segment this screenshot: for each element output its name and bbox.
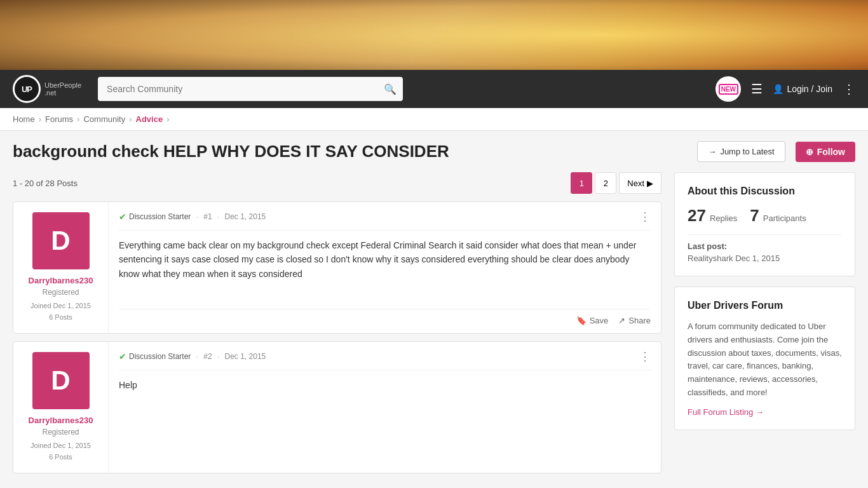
last-post-info: Realityshark Dec 1, 2015: [688, 254, 842, 263]
post-body-col: ✔ Discussion Starter · #2 · Dec 1, 2015 …: [109, 342, 661, 473]
author-meta: Joined Dec 1, 2015 6 Posts: [31, 440, 91, 463]
avatar: D: [32, 212, 90, 269]
search-wrap: 🔍: [98, 77, 403, 101]
stats-row: 27 Replies 7 Participants: [688, 206, 842, 226]
breadcrumb-chevron: ›: [77, 114, 79, 124]
breadcrumb-chevron: ›: [39, 114, 41, 124]
replies-stat: 27 Replies: [688, 206, 737, 226]
author-name[interactable]: Darrylbarnes230: [29, 276, 93, 285]
login-button[interactable]: 👤 Login / Join: [773, 84, 832, 94]
post-body-col: ✔ Discussion Starter · #1 · Dec 1, 2015 …: [109, 202, 661, 333]
posts-column: 1 - 20 of 28 Posts 1 2 Next ▶ D Darrylba…: [13, 172, 661, 481]
breadcrumb-chevron: ›: [129, 114, 132, 124]
post-meta-row: ✔ Discussion Starter · #1 · Dec 1, 2015 …: [119, 210, 651, 231]
dot-separator: ·: [196, 351, 198, 362]
next-page-button[interactable]: Next ▶: [619, 172, 661, 194]
post-date: Dec 1, 2015: [225, 352, 266, 361]
thread-title: background check HELP WHY DOES IT SAY CO…: [13, 142, 687, 161]
replies-label: Replies: [710, 214, 737, 223]
plus-icon: ⊕: [806, 147, 813, 157]
save-icon: 🔖: [576, 316, 587, 325]
save-button[interactable]: 🔖 Save: [576, 316, 609, 325]
new-badge-text: NEW: [719, 84, 738, 95]
post-card: D Darrylbarnes230 Registered Joined Dec …: [13, 201, 661, 334]
search-icon-button[interactable]: 🔍: [384, 83, 397, 95]
dot-separator: ·: [196, 212, 198, 222]
user-icon: 👤: [773, 84, 783, 94]
share-icon: ↗: [618, 316, 625, 325]
sidebar: About this Discussion 27 Replies 7 Parti…: [674, 172, 855, 481]
discussion-starter-badge: ✔ Discussion Starter: [119, 351, 191, 362]
thread-title-row: background check HELP WHY DOES IT SAY CO…: [13, 141, 855, 162]
new-badge[interactable]: NEW: [715, 76, 741, 102]
search-input[interactable]: [98, 77, 403, 101]
post-actions: 🔖 Save ↗ Share: [119, 309, 651, 325]
forum-description: A forum community dedicated to Uber driv…: [688, 320, 842, 400]
page-button-1[interactable]: 1: [571, 172, 592, 194]
breadcrumb: Home › Forums › Community › Advice ›: [0, 108, 868, 131]
avatar: D: [32, 352, 90, 409]
post-more-button[interactable]: ⋮: [639, 210, 651, 224]
author-name[interactable]: Darrylbarnes230: [29, 416, 93, 425]
about-discussion-title: About this Discussion: [688, 186, 842, 197]
logo-name: UberPeople .net: [44, 81, 81, 97]
posts-count: 1 - 20 of 28 Posts: [13, 179, 78, 188]
check-icon: ✔: [119, 351, 126, 362]
discussion-starter-badge: ✔ Discussion Starter: [119, 212, 191, 222]
full-forum-link[interactable]: Full Forum Listing →: [688, 407, 842, 417]
divider: [688, 234, 842, 235]
post-author-col: D Darrylbarnes230 Registered Joined Dec …: [13, 342, 109, 473]
nav-right: NEW ☰ 👤 Login / Join ⋮: [715, 76, 855, 102]
share-button[interactable]: ↗ Share: [618, 316, 651, 325]
post-card: D Darrylbarnes230 Registered Joined Dec …: [13, 341, 661, 473]
pagination: 1 2 Next ▶: [571, 172, 661, 194]
author-role: Registered: [42, 428, 79, 437]
participants-count: 7: [750, 206, 759, 226]
arrow-right-icon: →: [708, 147, 716, 156]
participants-stat: 7 Participants: [750, 206, 806, 226]
breadcrumb-home[interactable]: Home: [13, 114, 35, 124]
menu-icon-button[interactable]: ☰: [751, 81, 763, 97]
post-date: Dec 1, 2015: [225, 212, 266, 221]
dot-separator: ·: [217, 212, 220, 222]
breadcrumb-chevron: ›: [166, 114, 169, 124]
jump-latest-button[interactable]: → Jump to Latest: [697, 141, 785, 162]
post-text: Everything came back clear on my backgro…: [119, 238, 651, 301]
pagination-row: 1 - 20 of 28 Posts 1 2 Next ▶: [13, 172, 661, 194]
navbar: UP UberPeople .net 🔍 NEW ☰ 👤 Login / Joi…: [0, 70, 868, 108]
post-meta-row: ✔ Discussion Starter · #2 · Dec 1, 2015 …: [119, 349, 651, 370]
dot-separator: ·: [217, 351, 220, 362]
arrow-right-icon: ▶: [647, 179, 653, 188]
more-options-button[interactable]: ⋮: [843, 81, 855, 97]
breadcrumb-current: Advice: [136, 114, 163, 124]
author-meta: Joined Dec 1, 2015 6 Posts: [31, 301, 91, 323]
page-content: background check HELP WHY DOES IT SAY CO…: [0, 131, 868, 488]
check-icon: ✔: [119, 212, 126, 222]
logo-icon: UP: [13, 75, 41, 103]
replies-count: 27: [688, 206, 706, 226]
forum-title: Uber Drivers Forum: [688, 300, 842, 311]
post-text: Help: [119, 378, 651, 465]
main-layout: 1 - 20 of 28 Posts 1 2 Next ▶ D Darrylba…: [13, 172, 855, 481]
breadcrumb-community[interactable]: Community: [83, 114, 125, 124]
breadcrumb-forums[interactable]: Forums: [45, 114, 73, 124]
post-number: #2: [203, 352, 212, 361]
post-author-col: D Darrylbarnes230 Registered Joined Dec …: [13, 202, 109, 333]
post-number: #1: [203, 212, 212, 221]
uber-forum-card: Uber Drivers Forum A forum community ded…: [674, 287, 855, 430]
follow-button[interactable]: ⊕ Follow: [796, 142, 855, 162]
about-discussion-card: About this Discussion 27 Replies 7 Parti…: [674, 172, 855, 276]
participants-label: Participants: [763, 214, 806, 223]
post-more-button[interactable]: ⋮: [639, 349, 651, 363]
site-banner: [0, 0, 868, 70]
site-logo[interactable]: UP UberPeople .net: [13, 75, 81, 103]
author-role: Registered: [42, 288, 79, 297]
last-post-label: Last post:: [688, 241, 842, 251]
page-button-2[interactable]: 2: [595, 172, 616, 194]
